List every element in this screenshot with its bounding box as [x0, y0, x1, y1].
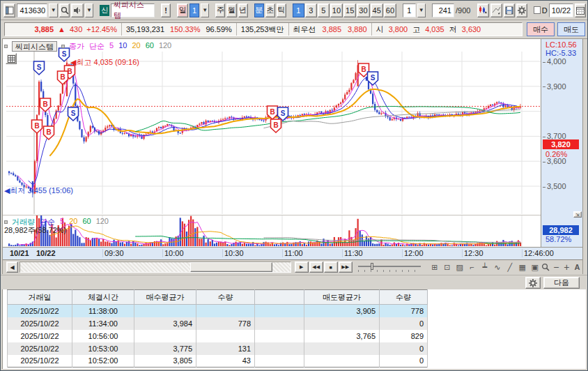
interval-button-3[interactable]: 3: [305, 3, 317, 17]
table-settings-gear-icon[interactable]: [525, 277, 541, 289]
mode-tick-button[interactable]: 틱: [277, 3, 286, 17]
chart-tab[interactable]: 씨피시스템: [12, 41, 57, 52]
cycle-combo[interactable]: 1: [403, 3, 415, 17]
save-icon[interactable]: [504, 3, 515, 17]
mode-second-button[interactable]: 초: [265, 3, 275, 17]
speed-slider[interactable]: [358, 262, 424, 272]
table-header-거래일[interactable]: 거래일: [8, 290, 72, 305]
table-header-매수평균가[interactable]: 매수평균가: [134, 290, 196, 305]
table-cell: [304, 317, 380, 330]
signal-flag-B: B: [34, 122, 39, 130]
period-week-button[interactable]: 주: [215, 3, 225, 17]
volume-axis-percent: 58.72%: [546, 235, 571, 243]
zoom-in-icon[interactable]: +: [562, 262, 572, 273]
chart-scrollbar[interactable]: [20, 262, 291, 273]
table-row[interactable]: 2025/10/2210:52:003,805430: [8, 355, 428, 368]
grid-style-icon[interactable]: ▦: [517, 262, 528, 273]
table-header-수량[interactable]: 수량: [196, 290, 255, 305]
speed-slider-handle[interactable]: [371, 263, 373, 270]
settings-gear-icon[interactable]: [516, 3, 527, 17]
table-row[interactable]: 2025/10/2210:53:003,7751310: [8, 342, 428, 355]
interval-button-30[interactable]: 30: [357, 3, 369, 17]
table-row[interactable]: 2025/10/2211:38:003,905778: [8, 305, 428, 317]
trendline-icon[interactable]: [490, 3, 502, 17]
table-cell: 3,905: [304, 305, 380, 317]
data-grid-icon[interactable]: [6, 53, 17, 64]
signal-flag-B: B: [46, 128, 51, 136]
alert-button[interactable]: !: [161, 3, 171, 17]
d-checkbox-label: D: [542, 6, 548, 15]
wave-tool-icon[interactable]: ∿: [492, 262, 503, 273]
table-cell: [255, 317, 304, 330]
stock-code-input[interactable]: 413630: [17, 3, 47, 17]
stop-button[interactable]: ■: [324, 262, 338, 273]
zoom-out-icon[interactable]: −: [551, 262, 562, 273]
period-day-dropdown[interactable]: ▼: [201, 3, 209, 17]
period-day-button[interactable]: 일: [177, 3, 188, 17]
low-price: 3,630: [462, 25, 481, 33]
date-input[interactable]: 10/22: [549, 3, 574, 17]
period-year-button[interactable]: 년: [238, 3, 248, 17]
interval-button-45[interactable]: 45: [371, 3, 383, 17]
scroll-left-button[interactable]: ◀: [6, 262, 18, 273]
pane-handle-icon[interactable]: [4, 45, 8, 48]
region-select-icon[interactable]: ▨: [454, 262, 465, 273]
table-header-매도평균가[interactable]: 매도평균가: [304, 290, 380, 305]
pane-expand-button[interactable]: ⇲: [573, 211, 582, 218]
interval-button-60[interactable]: 60: [384, 3, 396, 17]
fast-forward-button[interactable]: ▶▶: [339, 262, 353, 273]
calendar-icon[interactable]: [575, 3, 586, 17]
sound-dropdown[interactable]: ▼: [85, 3, 93, 17]
period-month-button[interactable]: 월: [226, 3, 236, 17]
mode-minute-button[interactable]: 분: [254, 3, 264, 17]
price-tick-label: 3,500: [543, 182, 566, 190]
interval-button-5[interactable]: 5: [318, 3, 330, 17]
table-header-체결시간[interactable]: 체결시간: [72, 290, 134, 305]
play-button[interactable]: ▶: [295, 262, 309, 273]
d-checkbox[interactable]: [534, 6, 541, 14]
signal-flag-B: B: [361, 66, 366, 73]
tick-collect-icon[interactable]: [477, 3, 489, 17]
table-row[interactable]: 2025/10/2211:34:003,9847780: [8, 317, 428, 330]
time-label: 10:30: [222, 249, 244, 257]
stock-name-field[interactable]: 씨피시스템: [111, 3, 155, 17]
chart-image-icon[interactable]: ▣: [529, 262, 541, 273]
table-row[interactable]: 2025/10/2210:56:003,765829: [8, 330, 428, 342]
signal-flag-B: B: [60, 73, 65, 81]
interval-button-10[interactable]: 10: [330, 3, 343, 17]
y-axis-reset-icon[interactable]: ⌐: [467, 262, 478, 273]
next-button[interactable]: 다음: [543, 277, 580, 289]
rewind-button[interactable]: ◀◀: [309, 262, 323, 273]
bar-max-label: /900: [456, 6, 470, 15]
sell-button[interactable]: 매도: [557, 22, 585, 36]
interval-button-1[interactable]: 1: [293, 3, 304, 17]
pane-handle-icon[interactable]: [4, 220, 8, 224]
search-icon[interactable]: [59, 3, 70, 17]
multi-chart-icon[interactable]: ⊞: [429, 262, 440, 273]
table-cell: 2025/10/22: [8, 317, 72, 330]
price-legend-item-60: 60: [146, 41, 154, 52]
volume-pane[interactable]: 거래량단순52060120 28,982주(58.72%): [3, 215, 541, 247]
overlay-chart-icon[interactable]: ⊡: [442, 262, 453, 273]
buy-button[interactable]: 매수: [527, 22, 555, 36]
chart-scrollbar-thumb[interactable]: [190, 262, 272, 272]
price-pane[interactable]: SBBBSBBSBSBBS 씨피시스템 종가단순5102060120 ◀최고 4…: [3, 39, 541, 214]
table-header-수량[interactable]: 수량: [380, 290, 428, 305]
table-header-blank[interactable]: [255, 290, 304, 305]
zoom-icon[interactable]: [541, 262, 551, 273]
trade-history-table[interactable]: 거래일체결시간매수평균가수량매도평균가수량 2025/10/2211:38:00…: [7, 289, 428, 368]
table-cell: 3,765: [304, 330, 380, 342]
signal-flag-S: S: [37, 63, 42, 71]
price-legend-item-10: 10: [118, 41, 127, 52]
sound-icon[interactable]: [71, 3, 83, 17]
period-day-value[interactable]: 1: [189, 3, 199, 17]
interval-button-15[interactable]: 15: [343, 3, 356, 17]
font-size-icon[interactable]: A: [572, 262, 582, 273]
panel-toggle-icon[interactable]: [3, 3, 15, 17]
trend-tool-icon[interactable]: ╱: [504, 262, 516, 273]
bar-count-input[interactable]: 241: [432, 3, 454, 17]
stock-code-dropdown[interactable]: ▼: [49, 3, 57, 17]
cycle-combo-dropdown[interactable]: ▼: [417, 3, 426, 17]
pane-handle-icon[interactable]: [61, 45, 65, 48]
y-axis-fit-icon[interactable]: ┷: [479, 262, 490, 273]
